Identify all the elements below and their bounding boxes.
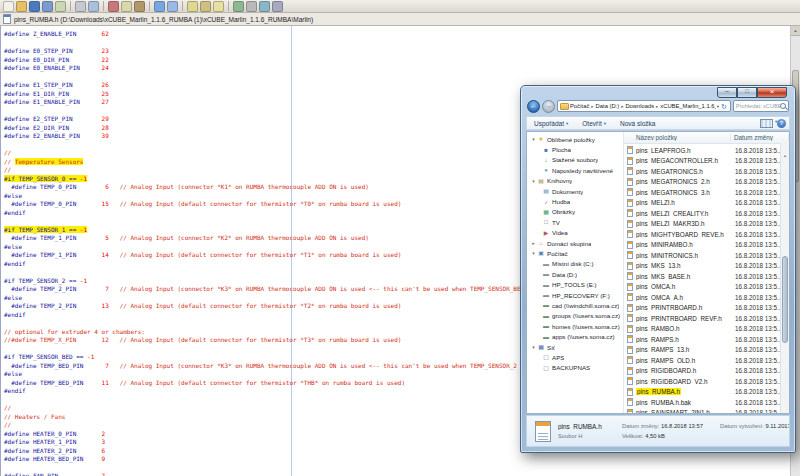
- sidebar-item-backupnas[interactable]: ▢BACKUPNAS: [527, 363, 623, 373]
- save-all-icon[interactable]: [42, 1, 53, 12]
- new-file-icon[interactable]: [3, 1, 14, 12]
- sidebar-item-data-d[interactable]: ▬Data (D:): [527, 269, 623, 279]
- sidebar-item-obr-zky[interactable]: ▦Obrázky: [527, 207, 623, 217]
- sidebar-item-hp-tools-e[interactable]: ▬HP_TOOLS (E:): [527, 279, 623, 289]
- settings-icon[interactable]: [246, 1, 257, 12]
- sidebar-item-tv[interactable]: □TV: [527, 217, 623, 227]
- organize-button[interactable]: Uspořádat: [527, 117, 575, 129]
- sidebar-item-po-ta[interactable]: ▾▣Počítač: [527, 248, 623, 258]
- sidebar-item-obl-ben-polo-ky[interactable]: ▾★Oblíbené položky: [527, 134, 623, 144]
- breadcrumb-item-data-d[interactable]: Data (D:): [596, 103, 620, 109]
- file-row-pins-leapfrog-h[interactable]: pins_LEAPFROG.h16.8.2018 13:5...: [624, 145, 789, 156]
- cut-icon[interactable]: [108, 1, 119, 12]
- fullscreen-icon[interactable]: [272, 1, 283, 12]
- sidebar-item-knihovny[interactable]: ▾▤Knihovny: [527, 176, 623, 186]
- sidebar-item-plocha[interactable]: ■Plocha: [527, 144, 623, 154]
- replace-icon[interactable]: [200, 1, 211, 12]
- file-row-pins-melzi-h[interactable]: pins_MELZI.h16.8.2018 13:5...: [624, 198, 789, 209]
- sidebar-item-hp-recovery-f[interactable]: ▬HP_RECOVERY (F:): [527, 290, 623, 300]
- sidebar-item-apps-users-soma-cz[interactable]: ▬apps (\\users.soma.cz): [527, 331, 623, 341]
- file-row-pins-minirambo-h[interactable]: pins_MINIRAMBO.h16.8.2018 13:5...: [624, 240, 789, 251]
- file-row-pins-sainsmart-2in1-h[interactable]: pins_SAINSMART_2IN1.h16.8.2018 13:5...: [624, 408, 789, 414]
- undo-icon[interactable]: [154, 1, 165, 12]
- file-row-pins-ramps-13-h[interactable]: pins_RAMPS_13.h16.8.2018 13:5...: [624, 345, 789, 356]
- open-button[interactable]: Otevřít: [575, 117, 613, 129]
- preview-icon[interactable]: [88, 1, 99, 12]
- sidebar-item-s[interactable]: ▾▦Síť: [527, 342, 623, 352]
- expanded-arrow-icon[interactable]: ▾: [530, 136, 537, 142]
- file-row-pins-megatronics-h[interactable]: pins_MEGATRONICS.h16.8.2018 13:5...: [624, 166, 789, 177]
- open-file-icon[interactable]: [16, 1, 27, 12]
- sidebar-item-m-stn-disk-c[interactable]: ▬Místní disk (C:): [527, 259, 623, 269]
- file-row-pins-omca-h[interactable]: pins_OMCA.h16.8.2018 13:5...: [624, 282, 789, 293]
- find-next-icon[interactable]: [213, 1, 224, 12]
- sidebar-item-videa[interactable]: ▶Videa: [527, 228, 623, 238]
- editor-tab-title[interactable]: pins_RUMBA.h (D:\Downloads\xCUBE_Marlin_…: [14, 16, 313, 23]
- maximize-button[interactable]: [737, 87, 757, 98]
- file-row-pins-ramps-old-h[interactable]: pins_RAMPS_OLD.h16.8.2018 13:5...: [624, 355, 789, 366]
- sidebar-item-aps[interactable]: ▢APS: [527, 352, 623, 362]
- code-explorer-icon[interactable]: [259, 1, 270, 12]
- address-bar[interactable]: Počítač▸Data (D:)▸Downloads▸xCUBE_Marlin…: [557, 100, 731, 112]
- h-file-icon: [627, 167, 633, 175]
- column-header-modified[interactable]: Datum změny: [731, 134, 789, 141]
- file-row-pins-printrboard-revf-h[interactable]: pins_PRINTRBOARD_REVF.h16.8.2018 13:5...: [624, 313, 789, 324]
- list-scrollbar[interactable]: [780, 143, 789, 413]
- sidebar-item-groups-users-soma-cz[interactable]: ▬groups (\\users.soma.cz): [527, 311, 623, 321]
- column-header-name[interactable]: Název položky: [624, 134, 731, 141]
- scroll-down-arrow-icon[interactable]: [781, 405, 789, 413]
- print-icon[interactable]: [75, 1, 86, 12]
- file-row-pins-megatronics-2-h[interactable]: pins_MEGATRONICS_2.h16.8.2018 13:5...: [624, 177, 789, 188]
- sidebar-item-hudba[interactable]: ♪Hudba: [527, 196, 623, 206]
- find-icon[interactable]: [187, 1, 198, 12]
- file-row-pins-melzi-creality-h[interactable]: pins_MELZI_CREALITY.h16.8.2018 13:5...: [624, 208, 789, 219]
- file-row-pins-omca-a-h[interactable]: pins_OMCA_A.h16.8.2018 13:5...: [624, 292, 789, 303]
- file-row-pins-rigidboard-v2-h[interactable]: pins_RIGIDBOARD_V2.h16.8.2018 13:5...: [624, 376, 789, 387]
- save-icon[interactable]: [29, 1, 40, 12]
- sidebar-item-cad-windchill-soma-cz[interactable]: ▬cad (\\windchill.soma.cz): [527, 300, 623, 310]
- file-row-pins-rigidboard-h[interactable]: pins_RIGIDBOARD.h16.8.2018 13:5...: [624, 366, 789, 377]
- file-row-pins-ramps-h[interactable]: pins_RAMPS.h16.8.2018 13:5...: [624, 334, 789, 345]
- search-box[interactable]: Prohledat: xCUBE_M...: [733, 100, 789, 112]
- new-folder-button[interactable]: Nová složka: [613, 117, 662, 129]
- file-row-pins-megacontroller-h[interactable]: pins_MEGACONTROLLER.h16.8.2018 13:5...: [624, 156, 789, 167]
- redo-icon[interactable]: [167, 1, 178, 12]
- collapsed-arrow-icon[interactable]: ▸: [530, 240, 537, 246]
- breadcrumb-item-downloads[interactable]: Downloads: [625, 103, 654, 109]
- expanded-arrow-icon[interactable]: ▾: [530, 344, 537, 350]
- sidebar-item-sta-en-soubory[interactable]: ↓Stažené soubory: [527, 155, 623, 165]
- file-row-pins-melzi-makr3d-h[interactable]: pins_MELZI_MAKR3D.h16.8.2018 13:5...: [624, 219, 789, 230]
- file-row-pins-minitronics-h[interactable]: pins_MINITRONICS.h16.8.2018 13:5...: [624, 250, 789, 261]
- sidebar-item-naposledy-nav-t-ven[interactable]: ●Naposledy navštívené: [527, 165, 623, 175]
- sidebar-item-dokumenty[interactable]: ▤Dokumenty: [527, 186, 623, 196]
- refresh-icon[interactable]: [720, 103, 728, 110]
- file-row-pins-rumba-h[interactable]: pins_RUMBA.h16.8.2018 13:5...: [624, 387, 789, 398]
- file-row-pins-mks-base-h[interactable]: pins_MKS_BASE.h16.8.2018 13:5...: [624, 271, 789, 282]
- paste-icon[interactable]: [134, 1, 145, 12]
- project-icon[interactable]: [233, 1, 244, 12]
- scroll-up-arrow-icon[interactable]: [781, 143, 789, 151]
- breadcrumb-item-xcube-marlin-1-1-6-rumba-1[interactable]: xCUBE_Marlin_1.1.6_RUMBA (1): [660, 103, 715, 109]
- expanded-arrow-icon[interactable]: ▾: [530, 250, 537, 256]
- sidebar-item-homes-users-soma-cz[interactable]: ▬homes (\\users.soma.cz): [527, 321, 623, 331]
- copy-icon[interactable]: [121, 1, 132, 12]
- file-row-pins-printrboard-h[interactable]: pins_PRINTRBOARD.h16.8.2018 13:5...: [624, 303, 789, 314]
- file-row-pins-rambo-h[interactable]: pins_RAMBO.h16.8.2018 13:5...: [624, 324, 789, 335]
- minimize-button[interactable]: [717, 87, 737, 98]
- file-row-pins-mightyboard-reve-h[interactable]: pins_MIGHTYBOARD_REVE.h16.8.2018 13:5...: [624, 229, 789, 240]
- file-row-pins-mks-13-h[interactable]: pins_MKS_13.h16.8.2018 13:5...: [624, 261, 789, 272]
- close-button[interactable]: [757, 87, 787, 98]
- sidebar-item-dom-c-skupina[interactable]: ▸⌂Domácí skupina: [527, 238, 623, 248]
- file-row-pins-megatronics-3-h[interactable]: pins_MEGATRONICS_3.h16.8.2018 13:5...: [624, 187, 789, 198]
- address-dropdown-icon[interactable]: ▾: [717, 104, 719, 109]
- back-button[interactable]: [527, 100, 540, 113]
- file-row-pins-rumba-h-bak[interactable]: pins_RUMBA.h.bak16.8.2018 13:5...: [624, 397, 789, 408]
- reopen-icon[interactable]: [55, 1, 66, 12]
- breadcrumb-item-po-ta[interactable]: Počítač: [570, 103, 589, 109]
- scroll-up-arrow-icon[interactable]: [791, 26, 800, 36]
- forward-button[interactable]: [542, 100, 555, 113]
- change-view-icon[interactable]: [760, 119, 773, 128]
- help-icon[interactable]: [777, 119, 786, 128]
- expanded-arrow-icon[interactable]: ▾: [530, 178, 537, 184]
- list-scroll-thumb[interactable]: [782, 256, 788, 342]
